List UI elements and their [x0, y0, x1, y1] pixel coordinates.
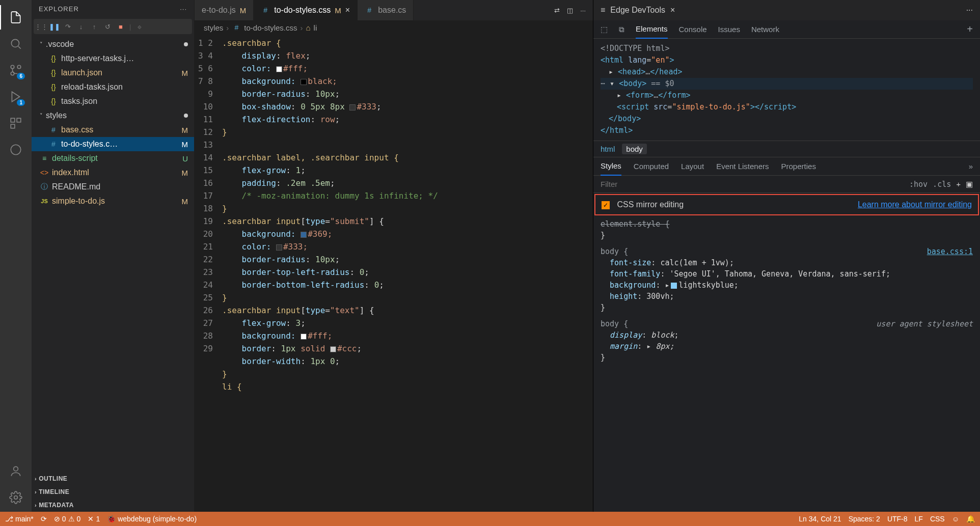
step-over-icon[interactable]: ↷ — [63, 22, 72, 31]
tab-network[interactable]: Network — [751, 20, 779, 39]
extensions-icon[interactable] — [4, 111, 28, 135]
svg-point-7 — [11, 145, 21, 155]
svg-rect-6 — [11, 124, 15, 128]
more-tabs-icon[interactable]: » — [969, 162, 973, 171]
tab-todo-styles-css[interactable]: #to-do-styles.cssM× — [254, 0, 358, 20]
editor-area: e-to-do.jsM #to-do-styles.cssM× #base.cs… — [195, 0, 593, 512]
stop-icon[interactable]: ■ — [116, 22, 125, 31]
problems-status[interactable]: ⊘ 0 ⚠ 0 — [54, 515, 81, 523]
mirror-checkbox[interactable]: ✓ — [602, 201, 610, 209]
eol-status[interactable]: LF — [915, 515, 923, 523]
timeline-section[interactable]: ›TIMELINE — [32, 485, 194, 499]
subtab-styles[interactable]: Styles — [601, 157, 621, 176]
split-editor-icon[interactable]: ◫ — [567, 7, 573, 14]
file-index-html[interactable]: <>index.htmlM — [32, 165, 194, 180]
rule-origin-link[interactable]: base.css:1 — [927, 246, 973, 257]
file-tree: ˅.vscode {}http-server-tasks.j… {}launch… — [32, 37, 194, 472]
inspect-icon[interactable]: ⬚ — [601, 25, 608, 34]
devtools-title: Edge DevTools — [610, 6, 665, 15]
styles-filter-bar: :hov .cls + ▣ — [593, 176, 980, 193]
metadata-section[interactable]: ›METADATA — [32, 499, 194, 512]
tab-elements[interactable]: Elements — [636, 20, 668, 39]
encoding-status[interactable]: UTF-8 — [887, 515, 908, 523]
folder-modified-dot — [184, 114, 188, 118]
new-rule-icon[interactable]: + — [956, 180, 961, 188]
panel-icon[interactable]: ▣ — [966, 180, 973, 189]
ua-stylesheet-label: user agent stylesheet — [876, 318, 973, 329]
subtab-listeners[interactable]: Event Listeners — [716, 162, 769, 171]
cls-toggle[interactable]: .cls — [933, 180, 951, 189]
screencast-icon[interactable]: ⟐ — [135, 22, 144, 31]
line-gutter: 1 2 3 4 5 6 7 8 9 10 11 12 13 14 15 16 1… — [195, 35, 222, 512]
file-base-css[interactable]: #base.cssM — [32, 123, 194, 137]
close-icon[interactable]: × — [670, 6, 675, 15]
tab-simple-todo-js[interactable]: e-to-do.jsM — [195, 0, 254, 20]
explorer-icon[interactable] — [4, 5, 28, 30]
svg-point-9 — [14, 496, 18, 500]
tab-base-css[interactable]: #base.cs — [358, 0, 414, 20]
step-out-icon[interactable]: ↑ — [90, 22, 99, 31]
indent-status[interactable]: Spaces: 2 — [849, 515, 880, 523]
devtools-tabs: ⬚ ⧉ Elements Console Issues Network + — [593, 20, 980, 39]
mirror-learn-more-link[interactable]: Learn more about mirror editing — [858, 200, 972, 209]
account-icon[interactable] — [4, 459, 28, 483]
outline-section[interactable]: ›OUTLINE — [32, 472, 194, 485]
file-todo-styles-css[interactable]: #to-do-styles.c…M — [32, 137, 194, 151]
edge-icon[interactable] — [4, 137, 28, 162]
device-icon[interactable]: ⧉ — [619, 25, 624, 34]
scm-badge: 6 — [17, 73, 25, 79]
explorer-sidebar: EXPLORER ··· ⋮⋮ ❚❚ ↷ ↓ ↑ ↺ ■ | ⟐ ˅.vscod… — [32, 0, 195, 512]
file-tasks-json[interactable]: {}tasks.json — [32, 94, 194, 108]
language-status[interactable]: CSS — [930, 515, 945, 523]
debug-badge: 1 — [17, 99, 25, 106]
compare-icon[interactable]: ⇄ — [554, 7, 560, 14]
cursor-position[interactable]: Ln 34, Col 21 — [799, 515, 841, 523]
folder-styles[interactable]: ˅styles — [32, 108, 194, 123]
subtab-properties[interactable]: Properties — [781, 162, 816, 171]
source-control-icon[interactable]: 6 — [4, 58, 28, 82]
tab-console[interactable]: Console — [679, 20, 707, 39]
more-actions-icon[interactable]: ··· — [580, 7, 586, 14]
code-editor[interactable]: 1 2 3 4 5 6 7 8 9 10 11 12 13 14 15 16 1… — [195, 35, 593, 512]
file-reload-tasks[interactable]: {}reload-tasks.json — [32, 80, 194, 94]
tab-issues[interactable]: Issues — [718, 20, 740, 39]
filter-input[interactable] — [601, 180, 904, 188]
bell-icon[interactable]: 🔔 — [966, 515, 975, 523]
tasks-status[interactable]: ✕ 1 — [88, 515, 100, 523]
file-launch-json[interactable]: {}launch.jsonM — [32, 66, 194, 80]
branch-status[interactable]: ⎇ main* — [5, 515, 34, 523]
settings-gear-icon[interactable] — [4, 485, 28, 510]
file-readme[interactable]: ⓘREADME.md — [32, 180, 194, 194]
file-details-script[interactable]: ≡details-scriptU — [32, 151, 194, 165]
restart-icon[interactable]: ↺ — [103, 22, 112, 31]
hov-toggle[interactable]: :hov — [909, 180, 928, 189]
debug-status[interactable]: 🐞 webdebug (simple-to-do) — [107, 515, 197, 523]
pause-icon[interactable]: ❚❚ — [50, 22, 59, 31]
code-content[interactable]: .searchbar { display: flex; color: #fff;… — [222, 35, 593, 512]
sync-status[interactable]: ⟳ — [41, 515, 47, 523]
tab-bar: e-to-do.jsM #to-do-styles.cssM× #base.cs… — [195, 0, 593, 20]
activity-bar: 6 1 — [0, 0, 32, 512]
more-icon[interactable]: ··· — [966, 6, 973, 15]
dom-tree[interactable]: <!DOCTYPE html> <html lang="en"> ▸ <head… — [593, 39, 980, 141]
svg-rect-5 — [17, 118, 21, 122]
file-http-server-tasks[interactable]: {}http-server-tasks.j… — [32, 51, 194, 66]
breadcrumb[interactable]: styles› #to-do-styles.css› ⌂li — [195, 20, 593, 35]
more-icon[interactable]: ··· — [180, 5, 187, 13]
css-mirror-editing-box: ✓ CSS mirror editing Learn more about mi… — [594, 194, 979, 215]
plus-icon[interactable]: + — [967, 23, 973, 35]
folder-vscode[interactable]: ˅.vscode — [32, 37, 194, 51]
run-debug-icon[interactable]: 1 — [4, 85, 28, 109]
subtab-computed[interactable]: Computed — [634, 162, 669, 171]
subtab-layout[interactable]: Layout — [681, 162, 704, 171]
devtools-menu-icon[interactable]: ≡ — [601, 6, 605, 15]
search-icon[interactable] — [4, 32, 28, 56]
drag-handle-icon[interactable]: ⋮⋮ — [37, 22, 46, 31]
dom-breadcrumb[interactable]: html body — [593, 141, 980, 157]
svg-point-1 — [17, 65, 21, 69]
file-simple-todo-js[interactable]: JSsimple-to-do.jsM — [32, 194, 194, 208]
step-into-icon[interactable]: ↓ — [76, 22, 86, 31]
close-icon[interactable]: × — [345, 6, 350, 15]
styles-rules[interactable]: element.style {} base.css:1 body { font-… — [593, 216, 980, 512]
feedback-icon[interactable]: ☺ — [952, 515, 959, 523]
